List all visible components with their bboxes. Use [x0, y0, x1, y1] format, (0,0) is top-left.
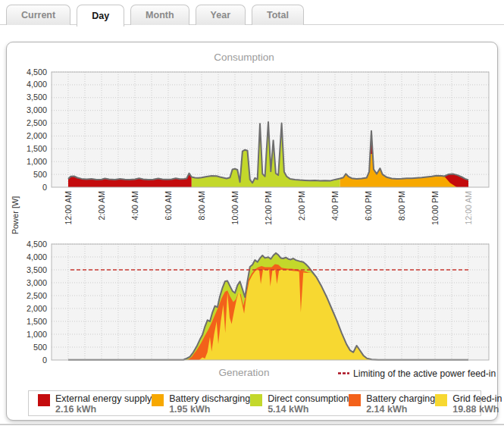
legend-item-grid-feed-in: Grid feed-in19.88 kWh: [435, 393, 502, 413]
legend-swatch-icon: [435, 394, 447, 406]
legend-swatch-icon: [349, 394, 361, 406]
tab-year[interactable]: Year: [196, 5, 246, 25]
legend-value: 19.88 kWh: [452, 404, 502, 415]
legend-label: Direct consumption: [268, 393, 349, 404]
tab-bar: CurrentDayMonthYearTotal: [6, 5, 304, 25]
legend-item-external-energy-supply: External energy supply2.16 kWh: [38, 393, 152, 413]
legend-label: Grid feed-in: [452, 393, 502, 404]
legend-value: 2.16 kWh: [55, 404, 152, 415]
legend-value: 2.14 kWh: [366, 404, 435, 415]
tab-current[interactable]: Current: [6, 5, 70, 25]
legend-value: 1.95 kWh: [169, 404, 250, 415]
legend-item-battery-discharging: Battery discharging1.95 kWh: [152, 393, 250, 413]
legend-swatch-icon: [38, 394, 50, 406]
legend-item-battery-charging: Battery charging2.14 kWh: [349, 393, 435, 413]
page-bottom-divider: [0, 424, 504, 425]
energy-legend: External energy supply2.16 kWhBattery di…: [28, 390, 481, 416]
tab-day[interactable]: Day: [77, 5, 124, 27]
legend-label: Battery discharging: [169, 393, 250, 404]
chart-panel: [6, 42, 498, 421]
legend-label: External energy supply: [55, 393, 152, 404]
legend-item-direct-consumption: Direct consumption5.14 kWh: [250, 393, 349, 413]
tab-total[interactable]: Total: [252, 5, 304, 25]
legend-swatch-icon: [250, 394, 262, 406]
legend-value: 5.14 kWh: [268, 404, 349, 415]
legend-swatch-icon: [152, 394, 164, 406]
tab-month[interactable]: Month: [130, 5, 189, 25]
app-window: CurrentDayMonthYearTotal 05001,0001,5002…: [0, 0, 504, 429]
legend-label: Battery charging: [366, 393, 435, 404]
